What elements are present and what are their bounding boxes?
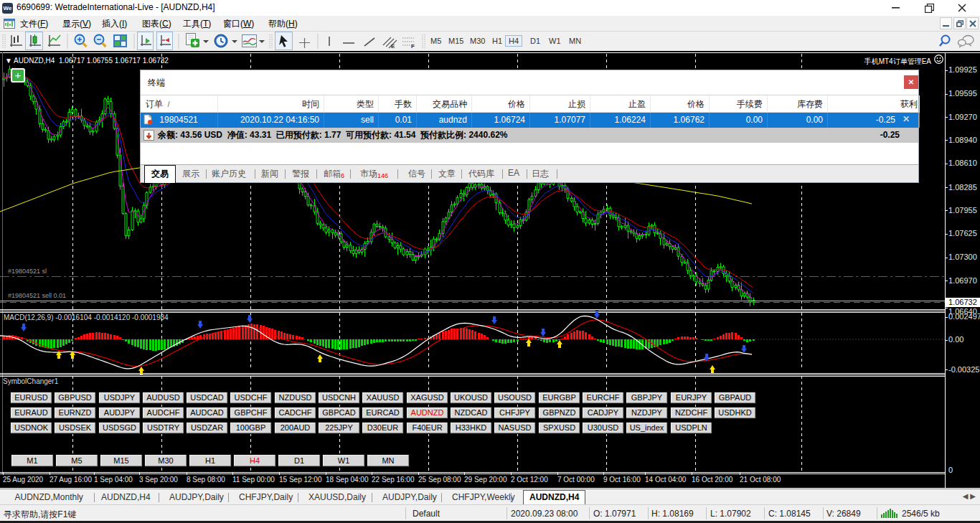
svg-text:F: F <box>411 43 415 50</box>
svg-text:#19804521 sell 0.01: #19804521 sell 0.01 <box>8 292 66 299</box>
svg-text:#19804521 sl: #19804521 sl <box>8 268 47 275</box>
svg-text:E: E <box>391 43 395 50</box>
